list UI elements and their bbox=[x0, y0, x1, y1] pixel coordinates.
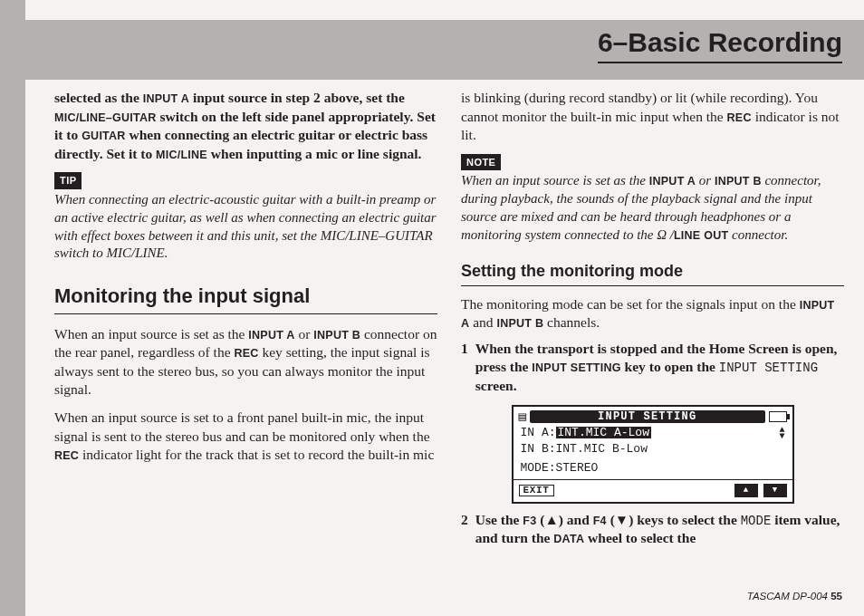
f4-key: F4 bbox=[593, 515, 607, 527]
lcd-title: INPUT SETTING bbox=[530, 410, 765, 423]
monitoring-para-1: When an input source is set as the INPUT… bbox=[54, 325, 437, 399]
lineout-label: LINE OUT bbox=[674, 229, 728, 242]
value: INT.MIC A-Low bbox=[556, 427, 651, 438]
subsection-heading-mode: Setting the monitoring mode bbox=[461, 261, 844, 286]
lcd-title-row: ▤ INPUT SETTING bbox=[514, 407, 792, 425]
tip-text: When connecting an electric-acoustic gui… bbox=[54, 191, 437, 263]
text: When an input source is set to a front p… bbox=[54, 409, 430, 444]
chapter-title: 6–Basic Recording bbox=[598, 27, 842, 63]
up-softkey-icon: ▲ bbox=[734, 484, 758, 497]
rec-label: REC bbox=[54, 449, 79, 462]
text: or bbox=[696, 173, 715, 188]
text: or bbox=[295, 326, 314, 342]
note-text: When an input source is set as the INPUT… bbox=[461, 172, 844, 244]
left-margin-strip bbox=[0, 0, 25, 616]
header-bar: 6–Basic Recording bbox=[25, 20, 864, 80]
step-1: 1 When the transport is stopped and the … bbox=[461, 340, 844, 396]
lcd-screenshot: ▤ INPUT SETTING IN A:INT.MIC A-Low ▲▼ IN… bbox=[512, 405, 794, 504]
text: (▼) keys to select the bbox=[607, 512, 741, 527]
step-number: 1 bbox=[461, 340, 468, 396]
down-softkey-icon: ▼ bbox=[763, 484, 787, 497]
intro-paragraph: selected as the INPUT A input source in … bbox=[54, 89, 437, 163]
text: input source in step 2 above, set the bbox=[189, 90, 405, 105]
left-column: selected as the INPUT A input source in … bbox=[54, 89, 437, 585]
footer-text: TASCAM DP-004 bbox=[747, 591, 830, 602]
input-a-label: INPUT A bbox=[649, 175, 696, 188]
exit-softkey: EXIT bbox=[519, 485, 554, 496]
lcd-line-mode: MODE:STEREO bbox=[514, 457, 792, 476]
rec-label: REC bbox=[727, 111, 752, 124]
continuation-para: is blinking (during record standby) or l… bbox=[461, 89, 844, 145]
label: IN B: bbox=[521, 443, 556, 455]
input-a-label: INPUT A bbox=[143, 92, 189, 105]
omega-icon: Ω / bbox=[657, 227, 674, 242]
text: and bbox=[469, 314, 496, 330]
text: (▲) and bbox=[536, 512, 592, 527]
updown-icon: ▲▼ bbox=[779, 427, 784, 439]
page-number: 55 bbox=[830, 591, 842, 602]
text: wheel to select the bbox=[584, 530, 696, 545]
screen-name: INPUT SETTING bbox=[719, 361, 818, 375]
mode-value: MODE:STEREO bbox=[521, 462, 599, 474]
text: indicator light for the track that is se… bbox=[79, 447, 434, 462]
mode-item: MODE bbox=[741, 514, 772, 528]
lcd-softkeys: EXIT ▲ ▼ bbox=[514, 479, 792, 502]
monitoring-para-2: When an input source is set to a front p… bbox=[54, 409, 437, 465]
battery-icon bbox=[769, 411, 787, 422]
step-body: Use the F3 (▲) and F4 (▼) keys to select… bbox=[475, 511, 844, 548]
data-wheel: DATA bbox=[553, 533, 584, 545]
f3-key: F3 bbox=[523, 515, 536, 527]
note-badge: NOTE bbox=[461, 154, 501, 171]
guitar-label: GUITAR bbox=[82, 130, 126, 142]
text: When an input source is set as the bbox=[461, 173, 649, 188]
label: IN A: bbox=[521, 427, 556, 438]
text: selected as the bbox=[54, 90, 143, 105]
text: channels. bbox=[543, 314, 600, 330]
right-column: is blinking (during record standby) or l… bbox=[461, 89, 844, 585]
text: screen. bbox=[475, 378, 517, 393]
text: key to open the bbox=[621, 359, 719, 374]
content-area: selected as the INPUT A input source in … bbox=[54, 89, 844, 585]
menu-icon: ▤ bbox=[519, 410, 526, 423]
input-b-label: INPUT B bbox=[496, 317, 543, 330]
switch-label: MIC/LINE–GUITAR bbox=[54, 111, 157, 124]
micline-label: MIC/LINE bbox=[156, 149, 207, 161]
text: When an input source is set as the bbox=[54, 326, 248, 342]
input-a-label: INPUT A bbox=[248, 329, 294, 342]
step-body: When the transport is stopped and the Ho… bbox=[475, 340, 844, 396]
text: The monitoring mode can be set for the s… bbox=[461, 296, 800, 312]
page-footer: TASCAM DP-004 55 bbox=[747, 591, 842, 602]
step-2: 2 Use the F3 (▲) and F4 (▼) keys to sele… bbox=[461, 511, 844, 548]
value: INT.MIC B-Low bbox=[556, 443, 648, 455]
lcd-line-b: IN B:INT.MIC B-Low bbox=[514, 441, 792, 457]
input-setting-key: INPUT SETTING bbox=[532, 361, 620, 374]
input-b-label: INPUT B bbox=[313, 329, 360, 342]
text: Use the bbox=[475, 512, 523, 527]
section-heading-monitoring: Monitoring the input signal bbox=[54, 283, 437, 313]
text: when inputting a mic or line signal. bbox=[207, 146, 422, 161]
step-number: 2 bbox=[461, 511, 468, 548]
mode-para: The monitoring mode can be set for the s… bbox=[461, 295, 844, 332]
input-b-label: INPUT B bbox=[715, 175, 762, 188]
lcd-line-a: IN A:INT.MIC A-Low ▲▼ bbox=[514, 425, 792, 441]
text: connector. bbox=[728, 227, 788, 242]
rec-label: REC bbox=[234, 347, 258, 360]
tip-badge: TIP bbox=[54, 172, 82, 189]
